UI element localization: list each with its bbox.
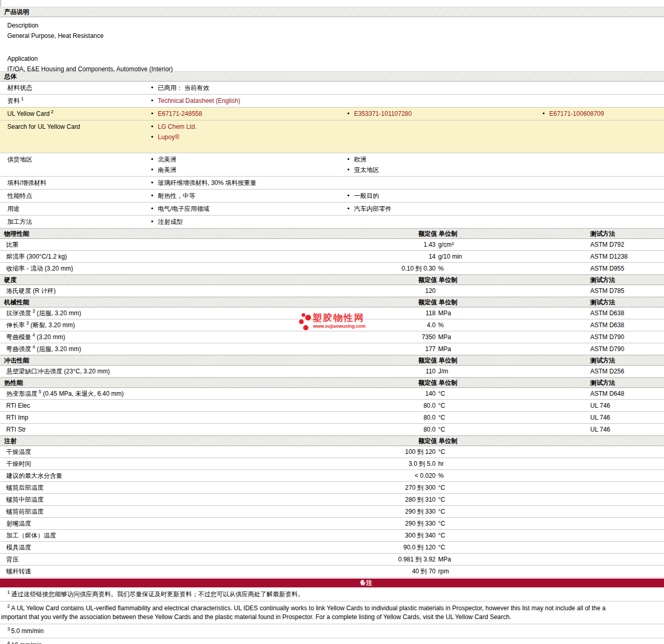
property-unit: °C <box>436 412 470 423</box>
value-unit-column-header: 额定值 单位制 <box>332 378 470 387</box>
test-method: ASTM D256 <box>590 366 664 377</box>
property-label: 洛氏硬度 <box>6 287 31 294</box>
test-condition: (断裂, 3.20 mm) <box>29 321 75 329</box>
property-unit: °C <box>436 400 470 411</box>
property-value: 80.0 <box>332 400 436 411</box>
table-row: 螺筒后部温度270 到 300°C <box>0 482 664 494</box>
test-method <box>590 494 664 505</box>
test-method: ASTM D785 <box>590 285 664 297</box>
bullet-icon: • <box>543 109 549 119</box>
property-unit: °C <box>436 530 470 541</box>
property-value-cell: 290 到 330°C <box>332 506 470 517</box>
footnote-text: A UL Yellow Card contains UL-verified fl… <box>11 605 606 612</box>
test-method: ASTM D638 <box>590 319 664 331</box>
property-label: 伸长率 <box>6 321 25 329</box>
property-value: 290 到 330 <box>332 506 436 517</box>
footnote: 4 10 mm/min <box>0 638 664 644</box>
property-value: 0.10 到 0.30 <box>332 263 436 274</box>
table-row: 建议的最大水分含量< 0.020% <box>0 470 664 482</box>
property-unit: MPa <box>436 343 470 355</box>
value-unit-column-header: 额定值 单位制 <box>332 436 470 446</box>
property-label: 螺杆转速 <box>6 568 31 575</box>
table-row: 材料状态•已商用： 当前有效 <box>0 82 664 95</box>
section-title: 注射 <box>0 436 332 446</box>
property-value: 3.0 到 5.0 <box>332 458 436 469</box>
property-unit: rpm <box>436 566 470 577</box>
section-header: 注射额定值 单位制 <box>0 436 664 446</box>
property-label: 资料 <box>7 97 20 104</box>
property-value-cell: 280 到 310°C <box>332 494 470 505</box>
section-title: 硬度 <box>0 275 332 285</box>
footnote: 3 5.0 mm/min <box>0 624 664 638</box>
test-method: ASTM D790 <box>590 331 664 343</box>
test-method-column-header: 测试方法 <box>590 275 664 285</box>
supplier-link[interactable]: LG Chem Ltd. <box>158 123 197 130</box>
bullet-icon: • <box>151 178 158 188</box>
property-value: 80.0 <box>332 412 436 423</box>
property-name-cell: 收缩率 - 流动 (3.20 mm) <box>0 263 332 274</box>
list-item: •已商用： 当前有效 <box>151 83 347 93</box>
footnote-marker: 4 <box>31 332 35 338</box>
top-strip <box>0 0 664 7</box>
table-row: 干燥温度100 到 120°C <box>0 446 664 458</box>
bullet-icon: • <box>151 191 158 201</box>
value-unit-column-header: 额定值 单位制 <box>332 275 470 285</box>
property-value-cell: 0.10 到 0.30% <box>332 263 470 274</box>
table-row: 性能特点•耐热性，中等•一般目的 <box>0 190 664 203</box>
property-value-cell: 0.981 到 3.92MPa <box>332 554 470 565</box>
section-title: 产品说明 <box>0 7 332 17</box>
bullet-icon: • <box>151 83 158 93</box>
row-values-cell <box>542 120 664 153</box>
table-row: 热变形温度 5 (0.45 MPa, 未退火, 6.40 mm)140°CAST… <box>0 388 664 400</box>
test-condition: (23°C, 3.20 mm) <box>62 368 110 375</box>
table-row: 收缩率 - 流动 (3.20 mm)0.10 到 0.30%ASTM D955 <box>0 263 664 275</box>
bullet-icon: • <box>151 154 158 165</box>
test-condition: (屈服, 3.20 mm) <box>35 310 82 317</box>
table-row: RTI Str80.0°CUL 746 <box>0 424 664 436</box>
property-unit: °C <box>436 446 470 458</box>
property-unit: % <box>436 263 470 274</box>
table-row: 弯曲模量 4 (3.20 mm)7350MPaASTM D790 <box>0 331 664 343</box>
yellow-card-link[interactable]: E353371-101107280 <box>354 110 412 117</box>
datasheet-link[interactable]: Technical Datasheet (English) <box>158 97 240 104</box>
table-row: 用途•电气/电子应用领域•汽车内部零件 <box>0 203 664 216</box>
value-unit-column-header: 额定值 单位制 <box>332 298 470 307</box>
table-row: 干燥时间3.0 到 5.0hr <box>0 458 664 470</box>
property-value-cell: 3.0 到 5.0hr <box>332 458 470 469</box>
property-value: 290 到 330 <box>332 518 436 529</box>
property-unit: °C <box>436 494 470 505</box>
row-label-cell: 性能特点 <box>0 190 151 202</box>
bullet-icon: • <box>151 96 158 106</box>
list-item: •玻璃纤维增强材料, 30% 填料按重量 <box>151 178 347 188</box>
spacer <box>7 41 664 53</box>
property-value-cell: 4.0% <box>332 319 470 331</box>
region-item: 南美洲 <box>158 166 177 173</box>
property-label: Search for UL Yellow Card <box>7 123 80 130</box>
test-condition: (300°C/1.2 kg) <box>25 253 67 260</box>
property-value-cell: 80.0°C <box>332 412 470 423</box>
row-values-cell <box>347 95 542 107</box>
property-value: 120 <box>332 285 436 297</box>
section-header-general: 总体 <box>0 71 664 82</box>
section-header-product: 产品说明 <box>0 7 664 17</box>
list-item: •LG Chem Ltd. <box>151 122 347 132</box>
property-name-cell: RTI Str <box>0 424 332 435</box>
table-row: 资料 1•Technical Datasheet (English) <box>0 95 664 108</box>
section-header: 热性能额定值 单位制测试方法 <box>0 378 664 388</box>
list-item: •汽车内部零件 <box>347 204 542 214</box>
row-values-cell: •E67171-248558 <box>151 108 347 120</box>
list-item: •Technical Datasheet (English) <box>151 96 347 106</box>
list-item: •注射成型 <box>151 217 347 227</box>
property-name-cell: RTI Elec <box>0 400 332 411</box>
yellow-card-link[interactable]: E67171-100608709 <box>549 110 604 117</box>
property-label: 用途 <box>7 205 20 212</box>
row-label-cell: 用途 <box>0 203 151 215</box>
list-item: •南美洲 <box>151 165 347 175</box>
property-unit: MPa <box>436 307 470 319</box>
property-name-cell: 螺筒后部温度 <box>0 482 332 493</box>
property-label: 干燥温度 <box>6 448 31 455</box>
yellow-card-link[interactable]: E67171-248558 <box>158 110 202 117</box>
row-values-cell <box>542 177 664 189</box>
property-value: 0.981 到 3.92 <box>332 554 436 565</box>
tradename-link[interactable]: Lupoy® <box>158 133 180 141</box>
